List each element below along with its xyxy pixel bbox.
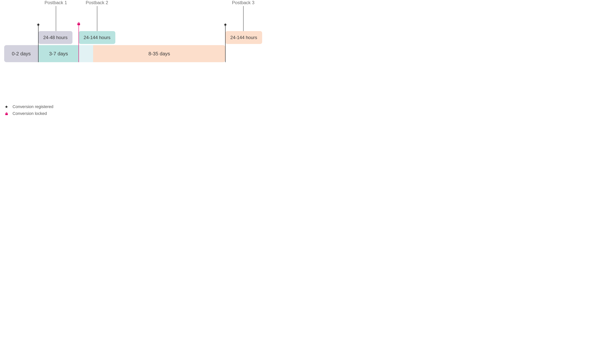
window-2-tail-bar <box>79 45 93 62</box>
legend-row-locked: Conversion locked <box>4 111 53 116</box>
conversion-registered-marker-2 <box>225 24 225 62</box>
star-icon: ★ <box>224 22 227 27</box>
lock-icon <box>4 112 9 115</box>
postback-3-label: Postback 3 <box>232 0 255 5</box>
postback-1-delay-text: 24-48 hours <box>43 35 67 40</box>
postback-1-label: Postback 1 <box>45 0 67 5</box>
legend-locked-label: Conversion locked <box>13 111 47 116</box>
postback-2-delay-text: 24-144 hours <box>84 35 110 40</box>
day-window-row: 0-2 days 3-7 days 8-35 days <box>4 45 262 62</box>
window-2-bar: 3-7 days <box>38 45 79 62</box>
postback-timeline-diagram: Postback 1 Postback 2 Postback 3 24-48 h… <box>4 38 262 62</box>
postback-2-delay-bar: 24-144 hours <box>79 31 115 44</box>
star-icon: ★ <box>36 22 40 27</box>
lock-icon <box>77 22 80 26</box>
window-3-label: 8-35 days <box>148 51 170 57</box>
postback-2-label: Postback 2 <box>86 0 108 5</box>
postback-3-delay-text: 24-144 hours <box>230 35 257 40</box>
postback-1-delay-bar: 24-48 hours <box>38 31 72 44</box>
legend-row-registered: ★ Conversion registered <box>4 104 53 109</box>
window-2-label: 3-7 days <box>49 51 68 57</box>
postback-3-delay-bar: 24-144 hours <box>225 31 262 44</box>
window-1-bar: 0-2 days <box>4 45 38 62</box>
legend: ★ Conversion registered Conversion locke… <box>4 104 53 118</box>
star-icon: ★ <box>4 104 9 109</box>
conversion-locked-marker <box>79 24 79 62</box>
legend-registered-label: Conversion registered <box>13 104 53 109</box>
conversion-registered-marker-1 <box>38 24 39 62</box>
postback-delay-row: 24-48 hours 24-144 hours 24-144 hours <box>4 31 262 44</box>
window-3-bar: 8-35 days <box>93 45 225 62</box>
window-1-label: 0-2 days <box>12 51 31 57</box>
